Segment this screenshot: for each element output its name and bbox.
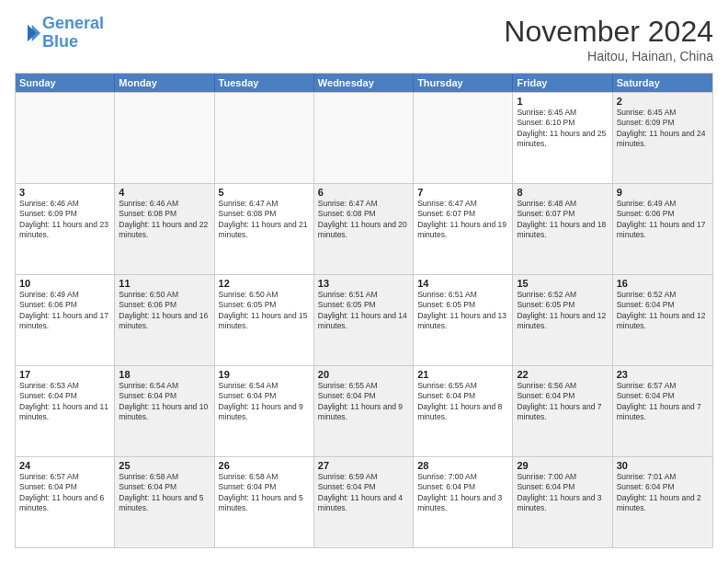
day-info: Sunrise: 6:52 AM Sunset: 6:05 PM Dayligh… — [517, 290, 608, 332]
day-number: 24 — [19, 460, 110, 471]
day-number: 27 — [318, 460, 409, 471]
day-number: 22 — [517, 369, 608, 380]
page: General Blue November 2024 Haitou, Haina… — [0, 0, 728, 563]
calendar-cell: 10Sunrise: 6:49 AM Sunset: 6:06 PM Dayli… — [16, 275, 115, 365]
day-number: 23 — [617, 369, 709, 380]
calendar-cell: 23Sunrise: 6:57 AM Sunset: 6:04 PM Dayli… — [613, 366, 712, 456]
day-info: Sunrise: 6:51 AM Sunset: 6:05 PM Dayligh… — [318, 290, 409, 332]
month-title: November 2024 — [504, 15, 713, 49]
calendar-cell: 7Sunrise: 6:47 AM Sunset: 6:07 PM Daylig… — [414, 184, 513, 274]
calendar-cell: 26Sunrise: 6:58 AM Sunset: 6:04 PM Dayli… — [215, 457, 314, 547]
day-number: 4 — [119, 187, 210, 198]
day-info: Sunrise: 6:48 AM Sunset: 6:07 PM Dayligh… — [517, 199, 608, 241]
day-number: 2 — [617, 96, 709, 107]
calendar-cell: 12Sunrise: 6:50 AM Sunset: 6:05 PM Dayli… — [215, 275, 314, 365]
weekday-header: Saturday — [613, 74, 712, 92]
title-area: November 2024 Haitou, Hainan, China — [504, 15, 713, 63]
calendar-cell: 28Sunrise: 7:00 AM Sunset: 6:04 PM Dayli… — [414, 457, 513, 547]
day-info: Sunrise: 6:52 AM Sunset: 6:04 PM Dayligh… — [617, 290, 709, 332]
calendar-cell: 2Sunrise: 6:45 AM Sunset: 6:09 PM Daylig… — [613, 93, 712, 183]
calendar-cell: 27Sunrise: 6:59 AM Sunset: 6:04 PM Dayli… — [314, 457, 414, 547]
calendar-cell: 29Sunrise: 7:00 AM Sunset: 6:04 PM Dayli… — [513, 457, 612, 547]
day-info: Sunrise: 6:46 AM Sunset: 6:09 PM Dayligh… — [19, 199, 110, 241]
calendar-cell: 3Sunrise: 6:46 AM Sunset: 6:09 PM Daylig… — [16, 184, 115, 274]
day-number: 13 — [318, 278, 409, 289]
day-number: 25 — [119, 460, 210, 471]
calendar-cell: 22Sunrise: 6:56 AM Sunset: 6:04 PM Dayli… — [513, 366, 612, 456]
calendar-cell: 8Sunrise: 6:48 AM Sunset: 6:07 PM Daylig… — [513, 184, 612, 274]
day-number: 18 — [119, 369, 210, 380]
day-info: Sunrise: 6:54 AM Sunset: 6:04 PM Dayligh… — [119, 381, 210, 423]
day-info: Sunrise: 6:57 AM Sunset: 6:04 PM Dayligh… — [617, 381, 709, 423]
day-info: Sunrise: 6:55 AM Sunset: 6:04 PM Dayligh… — [318, 381, 409, 423]
day-info: Sunrise: 6:55 AM Sunset: 6:04 PM Dayligh… — [417, 381, 508, 423]
calendar-body: 1Sunrise: 6:45 AM Sunset: 6:10 PM Daylig… — [16, 92, 712, 547]
day-info: Sunrise: 7:00 AM Sunset: 6:04 PM Dayligh… — [417, 472, 508, 514]
day-info: Sunrise: 6:47 AM Sunset: 6:08 PM Dayligh… — [318, 199, 409, 241]
day-number: 11 — [119, 278, 210, 289]
calendar-cell — [314, 93, 414, 183]
calendar-cell — [215, 93, 314, 183]
calendar-cell: 1Sunrise: 6:45 AM Sunset: 6:10 PM Daylig… — [513, 93, 612, 183]
day-number: 26 — [219, 460, 310, 471]
day-info: Sunrise: 6:49 AM Sunset: 6:06 PM Dayligh… — [617, 199, 709, 241]
day-info: Sunrise: 6:51 AM Sunset: 6:05 PM Dayligh… — [417, 290, 508, 332]
header: General Blue November 2024 Haitou, Haina… — [15, 15, 713, 63]
calendar-cell: 21Sunrise: 6:55 AM Sunset: 6:04 PM Dayli… — [414, 366, 513, 456]
weekday-header: Tuesday — [215, 74, 314, 92]
calendar-cell: 6Sunrise: 6:47 AM Sunset: 6:08 PM Daylig… — [314, 184, 414, 274]
day-info: Sunrise: 6:47 AM Sunset: 6:07 PM Dayligh… — [417, 199, 508, 241]
calendar-week-row: 3Sunrise: 6:46 AM Sunset: 6:09 PM Daylig… — [16, 183, 712, 274]
day-number: 3 — [19, 187, 110, 198]
day-info: Sunrise: 6:45 AM Sunset: 6:09 PM Dayligh… — [617, 108, 709, 150]
calendar-week-row: 10Sunrise: 6:49 AM Sunset: 6:06 PM Dayli… — [16, 274, 712, 365]
calendar-week-row: 17Sunrise: 6:53 AM Sunset: 6:04 PM Dayli… — [16, 365, 712, 456]
calendar-cell: 20Sunrise: 6:55 AM Sunset: 6:04 PM Dayli… — [314, 366, 414, 456]
weekday-header: Monday — [115, 74, 214, 92]
day-number: 16 — [617, 278, 709, 289]
day-number: 28 — [417, 460, 508, 471]
day-info: Sunrise: 7:00 AM Sunset: 6:04 PM Dayligh… — [517, 472, 608, 514]
day-info: Sunrise: 6:50 AM Sunset: 6:06 PM Dayligh… — [119, 290, 210, 332]
calendar-cell: 25Sunrise: 6:58 AM Sunset: 6:04 PM Dayli… — [115, 457, 214, 547]
day-number: 14 — [417, 278, 508, 289]
day-number: 21 — [417, 369, 508, 380]
day-number: 8 — [517, 187, 608, 198]
calendar-cell: 19Sunrise: 6:54 AM Sunset: 6:04 PM Dayli… — [215, 366, 314, 456]
calendar-cell — [16, 93, 115, 183]
calendar-cell: 9Sunrise: 6:49 AM Sunset: 6:06 PM Daylig… — [613, 184, 712, 274]
weekday-header: Wednesday — [314, 74, 414, 92]
logo: General Blue — [15, 15, 104, 52]
day-number: 5 — [219, 187, 310, 198]
calendar-cell: 24Sunrise: 6:57 AM Sunset: 6:04 PM Dayli… — [16, 457, 115, 547]
calendar-week-row: 24Sunrise: 6:57 AM Sunset: 6:04 PM Dayli… — [16, 456, 712, 547]
day-number: 6 — [318, 187, 409, 198]
calendar-cell: 14Sunrise: 6:51 AM Sunset: 6:05 PM Dayli… — [414, 275, 513, 365]
day-info: Sunrise: 6:45 AM Sunset: 6:10 PM Dayligh… — [517, 108, 608, 150]
day-info: Sunrise: 7:01 AM Sunset: 6:04 PM Dayligh… — [617, 472, 709, 514]
day-number: 9 — [617, 187, 709, 198]
day-info: Sunrise: 6:46 AM Sunset: 6:08 PM Dayligh… — [119, 199, 210, 241]
calendar-week-row: 1Sunrise: 6:45 AM Sunset: 6:10 PM Daylig… — [16, 92, 712, 183]
calendar-cell: 13Sunrise: 6:51 AM Sunset: 6:05 PM Dayli… — [314, 275, 414, 365]
day-info: Sunrise: 6:54 AM Sunset: 6:04 PM Dayligh… — [219, 381, 310, 423]
day-number: 1 — [517, 96, 608, 107]
day-info: Sunrise: 6:50 AM Sunset: 6:05 PM Dayligh… — [219, 290, 310, 332]
calendar-cell: 4Sunrise: 6:46 AM Sunset: 6:08 PM Daylig… — [115, 184, 214, 274]
calendar-cell: 30Sunrise: 7:01 AM Sunset: 6:04 PM Dayli… — [613, 457, 712, 547]
day-info: Sunrise: 6:56 AM Sunset: 6:04 PM Dayligh… — [517, 381, 608, 423]
calendar-cell: 15Sunrise: 6:52 AM Sunset: 6:05 PM Dayli… — [513, 275, 612, 365]
calendar: SundayMondayTuesdayWednesdayThursdayFrid… — [15, 73, 713, 548]
logo-icon — [15, 20, 40, 46]
day-info: Sunrise: 6:59 AM Sunset: 6:04 PM Dayligh… — [318, 472, 409, 514]
calendar-cell: 16Sunrise: 6:52 AM Sunset: 6:04 PM Dayli… — [613, 275, 712, 365]
day-info: Sunrise: 6:53 AM Sunset: 6:04 PM Dayligh… — [19, 381, 110, 423]
calendar-cell: 17Sunrise: 6:53 AM Sunset: 6:04 PM Dayli… — [16, 366, 115, 456]
calendar-cell: 5Sunrise: 6:47 AM Sunset: 6:08 PM Daylig… — [215, 184, 314, 274]
weekday-header: Sunday — [16, 74, 115, 92]
calendar-header: SundayMondayTuesdayWednesdayThursdayFrid… — [16, 74, 712, 92]
weekday-header: Friday — [513, 74, 612, 92]
day-number: 17 — [19, 369, 110, 380]
calendar-cell: 18Sunrise: 6:54 AM Sunset: 6:04 PM Dayli… — [115, 366, 214, 456]
day-number: 15 — [517, 278, 608, 289]
